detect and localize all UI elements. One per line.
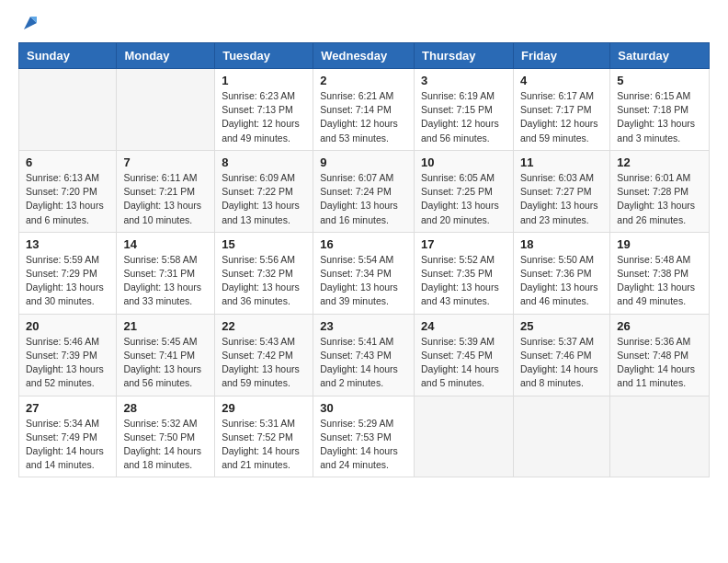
day-info: Sunrise: 6:15 AMSunset: 7:18 PMDaylight:… [617, 89, 702, 145]
day-number: 3 [421, 74, 506, 87]
calendar-cell [19, 69, 117, 151]
calendar-cell: 12Sunrise: 6:01 AMSunset: 7:28 PMDayligh… [610, 150, 710, 232]
header [18, 15, 710, 33]
calendar-cell: 24Sunrise: 5:39 AMSunset: 7:45 PMDayligh… [415, 314, 514, 396]
day-number: 4 [520, 74, 603, 87]
day-info: Sunrise: 6:23 AMSunset: 7:13 PMDaylight:… [222, 89, 306, 145]
day-info: Sunrise: 6:07 AMSunset: 7:24 PMDaylight:… [320, 171, 407, 227]
day-number: 17 [421, 237, 506, 251]
day-number: 22 [222, 319, 306, 333]
calendar-cell: 21Sunrise: 5:45 AMSunset: 7:41 PMDayligh… [117, 314, 215, 396]
day-info: Sunrise: 6:11 AMSunset: 7:21 PMDaylight:… [123, 171, 208, 227]
day-number: 14 [123, 237, 208, 251]
day-info: Sunrise: 5:59 AMSunset: 7:29 PMDaylight:… [26, 253, 109, 309]
day-number: 25 [520, 319, 603, 333]
calendar-cell: 13Sunrise: 5:59 AMSunset: 7:29 PMDayligh… [19, 232, 117, 314]
day-info: Sunrise: 6:19 AMSunset: 7:15 PMDaylight:… [421, 89, 506, 145]
calendar-cell: 17Sunrise: 5:52 AMSunset: 7:35 PMDayligh… [415, 232, 514, 314]
day-number: 12 [617, 155, 702, 169]
calendar-cell: 5Sunrise: 6:15 AMSunset: 7:18 PMDaylight… [610, 69, 710, 151]
calendar-week-row: 1Sunrise: 6:23 AMSunset: 7:13 PMDaylight… [19, 69, 710, 151]
calendar-cell: 29Sunrise: 5:31 AMSunset: 7:52 PMDayligh… [215, 396, 313, 477]
calendar-cell: 7Sunrise: 6:11 AMSunset: 7:21 PMDaylight… [117, 150, 215, 232]
day-info: Sunrise: 6:05 AMSunset: 7:25 PMDaylight:… [421, 171, 506, 227]
page: SundayMondayTuesdayWednesdayThursdayFrid… [0, 0, 728, 563]
calendar-cell [117, 69, 215, 151]
day-number: 10 [421, 155, 506, 169]
calendar-week-row: 20Sunrise: 5:46 AMSunset: 7:39 PMDayligh… [19, 314, 710, 396]
calendar-cell: 22Sunrise: 5:43 AMSunset: 7:42 PMDayligh… [215, 314, 313, 396]
calendar-cell: 10Sunrise: 6:05 AMSunset: 7:25 PMDayligh… [415, 150, 514, 232]
day-info: Sunrise: 5:43 AMSunset: 7:42 PMDaylight:… [222, 335, 306, 391]
calendar-cell: 3Sunrise: 6:19 AMSunset: 7:15 PMDaylight… [415, 69, 514, 151]
day-info: Sunrise: 5:34 AMSunset: 7:49 PMDaylight:… [26, 417, 109, 473]
day-number: 11 [520, 155, 603, 169]
day-info: Sunrise: 6:17 AMSunset: 7:17 PMDaylight:… [520, 89, 603, 145]
day-info: Sunrise: 5:48 AMSunset: 7:38 PMDaylight:… [617, 253, 702, 309]
calendar-cell: 18Sunrise: 5:50 AMSunset: 7:36 PMDayligh… [513, 232, 609, 314]
calendar-week-row: 13Sunrise: 5:59 AMSunset: 7:29 PMDayligh… [19, 232, 710, 314]
day-info: Sunrise: 5:29 AMSunset: 7:53 PMDaylight:… [320, 417, 407, 473]
day-number: 20 [26, 319, 109, 333]
day-number: 6 [26, 155, 109, 169]
day-info: Sunrise: 5:46 AMSunset: 7:39 PMDaylight:… [26, 335, 109, 391]
calendar-week-row: 6Sunrise: 6:13 AMSunset: 7:20 PMDaylight… [19, 150, 710, 232]
weekday-header: Sunday [19, 43, 117, 69]
calendar-cell: 28Sunrise: 5:32 AMSunset: 7:50 PMDayligh… [117, 396, 215, 477]
calendar-cell: 11Sunrise: 6:03 AMSunset: 7:27 PMDayligh… [513, 150, 609, 232]
day-info: Sunrise: 5:52 AMSunset: 7:35 PMDaylight:… [421, 253, 506, 309]
day-number: 16 [320, 237, 407, 251]
day-info: Sunrise: 5:36 AMSunset: 7:48 PMDaylight:… [617, 335, 702, 391]
day-info: Sunrise: 6:09 AMSunset: 7:22 PMDaylight:… [222, 171, 306, 227]
day-number: 13 [26, 237, 109, 251]
logo [18, 15, 40, 33]
day-number: 23 [320, 319, 407, 333]
day-number: 19 [617, 237, 702, 251]
day-number: 9 [320, 155, 407, 169]
day-info: Sunrise: 6:21 AMSunset: 7:14 PMDaylight:… [320, 89, 407, 145]
calendar-cell [610, 396, 710, 477]
day-number: 28 [123, 401, 208, 415]
day-number: 7 [123, 155, 208, 169]
day-info: Sunrise: 5:32 AMSunset: 7:50 PMDaylight:… [123, 417, 208, 473]
calendar-cell [513, 396, 609, 477]
calendar-cell: 4Sunrise: 6:17 AMSunset: 7:17 PMDaylight… [513, 69, 609, 151]
day-number: 27 [26, 401, 109, 415]
calendar-cell: 27Sunrise: 5:34 AMSunset: 7:49 PMDayligh… [19, 396, 117, 477]
logo-icon [20, 13, 40, 33]
day-info: Sunrise: 5:50 AMSunset: 7:36 PMDaylight:… [520, 253, 603, 309]
calendar-cell: 9Sunrise: 6:07 AMSunset: 7:24 PMDaylight… [313, 150, 415, 232]
day-number: 29 [222, 401, 306, 415]
day-info: Sunrise: 5:41 AMSunset: 7:43 PMDaylight:… [320, 335, 407, 391]
calendar-cell: 6Sunrise: 6:13 AMSunset: 7:20 PMDaylight… [19, 150, 117, 232]
calendar-cell: 16Sunrise: 5:54 AMSunset: 7:34 PMDayligh… [313, 232, 415, 314]
calendar-cell: 25Sunrise: 5:37 AMSunset: 7:46 PMDayligh… [513, 314, 609, 396]
day-info: Sunrise: 5:39 AMSunset: 7:45 PMDaylight:… [421, 335, 506, 391]
day-info: Sunrise: 5:54 AMSunset: 7:34 PMDaylight:… [320, 253, 407, 309]
day-number: 24 [421, 319, 506, 333]
calendar-cell [415, 396, 514, 477]
weekday-header: Saturday [610, 43, 710, 69]
calendar-cell: 1Sunrise: 6:23 AMSunset: 7:13 PMDaylight… [215, 69, 313, 151]
day-info: Sunrise: 5:58 AMSunset: 7:31 PMDaylight:… [123, 253, 208, 309]
day-number: 21 [123, 319, 208, 333]
calendar-cell: 23Sunrise: 5:41 AMSunset: 7:43 PMDayligh… [313, 314, 415, 396]
calendar-table: SundayMondayTuesdayWednesdayThursdayFrid… [18, 42, 710, 477]
calendar-cell: 14Sunrise: 5:58 AMSunset: 7:31 PMDayligh… [117, 232, 215, 314]
day-info: Sunrise: 5:37 AMSunset: 7:46 PMDaylight:… [520, 335, 603, 391]
day-number: 5 [617, 74, 702, 87]
weekday-header: Tuesday [215, 43, 313, 69]
day-info: Sunrise: 6:13 AMSunset: 7:20 PMDaylight:… [26, 171, 109, 227]
day-info: Sunrise: 5:31 AMSunset: 7:52 PMDaylight:… [222, 417, 306, 473]
day-number: 1 [222, 74, 306, 87]
day-number: 30 [320, 401, 407, 415]
calendar-week-row: 27Sunrise: 5:34 AMSunset: 7:49 PMDayligh… [19, 396, 710, 477]
weekday-header: Wednesday [313, 43, 415, 69]
day-number: 8 [222, 155, 306, 169]
day-info: Sunrise: 6:01 AMSunset: 7:28 PMDaylight:… [617, 171, 702, 227]
calendar-cell: 19Sunrise: 5:48 AMSunset: 7:38 PMDayligh… [610, 232, 710, 314]
day-number: 15 [222, 237, 306, 251]
calendar-header-row: SundayMondayTuesdayWednesdayThursdayFrid… [19, 43, 710, 69]
day-number: 2 [320, 74, 407, 87]
calendar-cell: 2Sunrise: 6:21 AMSunset: 7:14 PMDaylight… [313, 69, 415, 151]
